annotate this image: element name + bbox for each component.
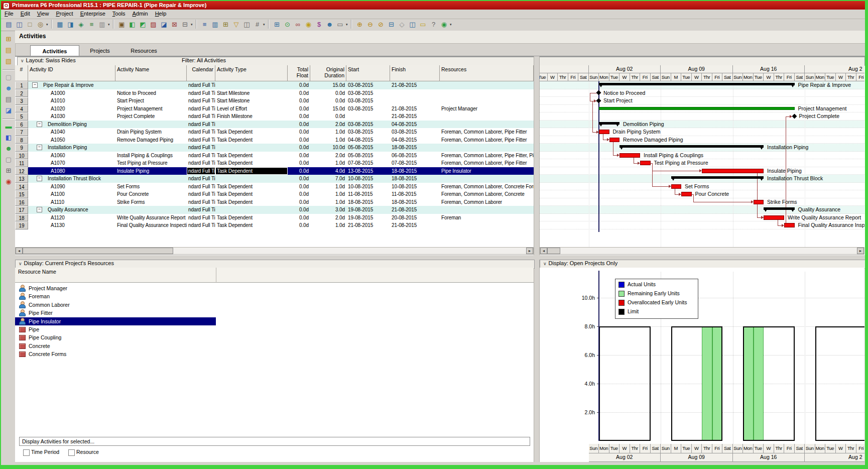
focus-icon[interactable]: ◇ (397, 20, 407, 29)
resource-row[interactable]: Common Laborer (15, 301, 534, 309)
gantt-bar-summary[interactable] (599, 83, 795, 85)
column-header-activity-id[interactable]: Activity ID (28, 65, 115, 81)
activity-row[interactable]: 16A1110Strike Formsndard Full TimeTask D… (15, 198, 534, 206)
column-header-resources[interactable]: Resources (440, 65, 534, 81)
activity-row[interactable]: 7A1040Drain Piping Systemndard Full Time… (15, 128, 534, 136)
collapse-icon[interactable]: − (37, 122, 42, 127)
resource-row[interactable]: Pipe (15, 325, 534, 333)
gantt-bar-summary[interactable] (671, 176, 764, 179)
expenses-calc-icon[interactable]: ⊞ (4, 166, 14, 175)
resource-row[interactable]: Pipe Insulator (15, 317, 534, 325)
gantt-bar-summary[interactable] (764, 207, 795, 210)
column-header-start[interactable]: Start (346, 65, 390, 81)
scroll-left-icon[interactable]: ◄ (540, 248, 547, 254)
menu-view[interactable]: View (34, 10, 53, 19)
dropdown-arrow-icon[interactable]: ▾ (346, 23, 348, 27)
resource-row[interactable]: Project Manager (15, 284, 534, 292)
tracking-icon[interactable]: ◪ (159, 20, 169, 29)
column-divider[interactable] (216, 268, 216, 283)
help-icon[interactable]: ? (429, 20, 438, 29)
new-project-icon[interactable]: ⊞ (4, 35, 14, 44)
gantt-bar-critical[interactable] (640, 161, 651, 165)
tab-projects[interactable]: Projects (79, 45, 120, 56)
activity-row[interactable]: 11A1070Test Piping at Pressurendard Full… (15, 159, 534, 167)
menu-project[interactable]: Project (52, 10, 76, 19)
menu-file[interactable]: File (1, 10, 17, 19)
group-row[interactable]: 9−Installation Pipingndard Full Time0.0d… (15, 144, 534, 152)
notebook-icon[interactable]: ▭ (418, 20, 428, 29)
menu-tools[interactable]: Tools (109, 10, 129, 19)
zoom-out-icon[interactable]: ⊖ (365, 20, 375, 29)
gantt-bar-loe[interactable] (599, 107, 795, 110)
group-row[interactable]: 17−Quality Assurancendard Full Time0.0d3… (15, 206, 534, 214)
zoom-100-icon[interactable]: ⊘ (376, 20, 386, 29)
gantt-bar-critical[interactable] (609, 138, 620, 142)
resource-row[interactable]: Pipe Coupling (15, 333, 534, 341)
group-row[interactable]: 1−Pipe Repair & Improvendard Full Time0.… (15, 81, 534, 89)
resource-column-header[interactable]: Resource Name (15, 268, 534, 283)
collapse-icon[interactable]: − (32, 82, 38, 88)
table-hscroll-thumb[interactable] (23, 248, 173, 254)
print-preview-icon[interactable]: ◫ (15, 20, 24, 29)
menu-help[interactable]: Help (152, 10, 170, 19)
dropdown-arrow-icon[interactable]: ▾ (450, 23, 452, 27)
activity-row[interactable]: 10A1060Install Piping & Couplingsndard F… (15, 152, 534, 160)
tab-resources[interactable]: Resources (121, 45, 166, 56)
column-header-activity-type[interactable]: Activity Type (215, 65, 288, 81)
column-header-calendar[interactable]: Calendar (187, 65, 215, 81)
dropdown-arrow-icon[interactable]: ▾ (46, 23, 48, 27)
gantt-bar-critical[interactable] (599, 130, 609, 134)
page-setup-icon[interactable]: □ (25, 20, 35, 29)
activity-row[interactable]: 15A1100Pour Concretendard Full TimeTask … (15, 190, 534, 198)
resources-person-icon[interactable]: ☻ (4, 84, 14, 93)
wbs-bar-icon[interactable]: ▬ (4, 122, 14, 131)
title-bar[interactable]: O Primavera P6 Professional R15.1 : PIPE… (1, 1, 865, 10)
recalculate-icon[interactable]: ◉ (304, 20, 313, 29)
gantt-bar-summary[interactable] (619, 145, 764, 148)
resource-row[interactable]: Foreman (15, 292, 534, 300)
online-help-icon[interactable]: ◉ (439, 20, 449, 29)
table-view-icon[interactable]: ▦ (55, 20, 65, 29)
usage-spreadsheet-icon[interactable]: ⊞ (272, 20, 282, 29)
assignments-person-icon[interactable]: ☻ (4, 144, 14, 153)
activity-details-icon[interactable]: ▭ (335, 20, 345, 29)
column-header-activity-name[interactable]: Activity Name (115, 65, 187, 81)
menu-admin[interactable]: Admin (129, 10, 151, 19)
scroll-right-icon[interactable]: ► (857, 248, 864, 254)
risks-icon[interactable]: ◉ (4, 177, 14, 186)
relationship-lines-icon[interactable]: ∞ (293, 20, 303, 29)
pane-splitter[interactable] (15, 255, 865, 260)
resource-row[interactable]: Pipe Fitter (15, 309, 534, 317)
import-project-icon[interactable]: ▧ (4, 57, 14, 66)
gantt-hscrollbar[interactable]: ◄ ► (540, 247, 864, 255)
scroll-right-icon[interactable]: ► (526, 248, 533, 254)
gantt-bar-critical[interactable] (702, 169, 764, 173)
activity-row[interactable]: 4A1020Project Managementndard Full TimeL… (15, 105, 534, 113)
time-period-checkbox[interactable] (23, 449, 30, 456)
wbs-icon[interactable]: ⊠ (170, 20, 179, 29)
scroll-left-icon[interactable]: ◄ (16, 248, 23, 254)
search-icon[interactable]: ◎ (36, 20, 45, 29)
resource-row[interactable]: Concrete Forms (15, 350, 534, 358)
layout-options-icon[interactable]: ◫ (242, 20, 252, 29)
gantt-bar-critical[interactable] (784, 223, 795, 227)
print-icon[interactable]: ▤ (4, 20, 14, 29)
projects-icon[interactable]: ◧ (128, 20, 137, 29)
gantt-bar-critical[interactable] (619, 153, 640, 158)
assign-resources-icon[interactable]: ☻ (325, 20, 334, 29)
filter-bar[interactable]: Filter: All Activities (179, 57, 865, 66)
trace-logic-icon[interactable]: ≡ (87, 20, 96, 29)
line-numbers-icon[interactable]: # (253, 20, 262, 29)
activity-row[interactable]: 3A1010Start Projectndard Full TimeStart … (15, 97, 534, 105)
column-header--[interactable]: # (15, 65, 28, 81)
schedule-icon[interactable]: $ (314, 20, 324, 29)
fill-down-icon[interactable]: ⊞ (221, 20, 230, 29)
gantt-bar-critical[interactable] (764, 215, 784, 220)
resource-checkbox[interactable] (68, 449, 75, 456)
activity-row[interactable]: 14A1090Set Formsndard Full TimeTask Depe… (15, 183, 534, 191)
reports-icon[interactable]: ▨ (149, 20, 158, 29)
group-row[interactable]: 6−Demolition Pipingndard Full Time0.0d2.… (15, 121, 534, 129)
vertical-split-icon[interactable]: ◫ (408, 20, 417, 29)
dropdown-arrow-icon[interactable]: ▾ (108, 23, 110, 27)
dropdown-arrow-icon[interactable]: ▾ (191, 23, 193, 27)
